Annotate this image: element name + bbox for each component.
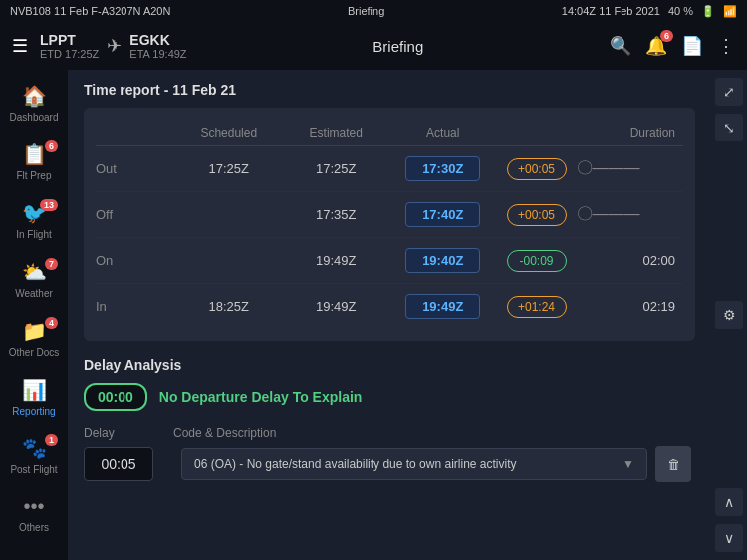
delay-analysis-area: 00:00 No Departure Delay To Explain Dela… [84,383,695,482]
main-layout: 🏠 Dashboard 📋 6 Flt Prep 🐦 13 In Flight … [0,70,747,560]
delay-col-code-desc: Code & Description [173,426,655,440]
sidebar-item-weather[interactable]: ⛅ 7 Weather [0,250,68,309]
sidebar-item-in-flight[interactable]: 🐦 13 In Flight [0,191,68,250]
time-report-title: Time report - 11 Feb 21 [84,82,695,98]
header-bar: ☰ LPPT ETD 17:25Z ✈ EGKK ETA 19:49Z Brie… [0,22,747,70]
tr-diff-on: -00:09 [507,250,567,272]
sidebar-label-post-flight: Post Flight [10,464,57,475]
scroll-down-button[interactable]: ∨ [715,524,743,552]
tr-estimated-out: 17:25Z [283,161,390,176]
sidebar-item-reporting[interactable]: 📊 Reporting [0,368,68,426]
flight-info: LPPT ETD 17:25Z ✈ EGKK ETA 19:49Z [40,32,187,60]
trash-icon: 🗑 [667,457,680,472]
header-actions: 🔍 🔔 6 📄 ⋮ [610,35,735,57]
tr-header: Scheduled Estimated Actual Duration [96,120,683,146]
tr-diff-off: +00:05 [507,204,567,226]
tr-label-out: Out [96,161,175,176]
status-left: NVB108 11 Feb F-A3207N A20N [10,5,170,17]
departure-time: ETD 17:25Z [40,48,99,60]
arrival-time: ETA 19:49Z [129,48,186,60]
others-icon: ••• [23,495,44,518]
sidebar-item-post-flight[interactable]: 🐾 1 Post Flight [0,426,68,485]
sidebar-item-flt-prep[interactable]: 📋 6 Flt Prep [0,133,68,191]
tr-label-in: In [96,299,175,314]
bell-badge: 6 [660,30,673,42]
delay-dropdown-arrow[interactable]: ▼ [622,457,634,471]
flt-prep-icon: 📋 [22,142,47,166]
tr-label-on: On [96,253,175,268]
wifi-icon: 📶 [723,5,737,18]
tr-col-diff [497,126,577,140]
status-bar: NVB108 11 Feb F-A3207N A20N Briefing 14:… [0,0,747,22]
reporting-icon: 📊 [22,378,47,402]
post-flight-badge: 1 [45,434,58,446]
delay-header-row: 00:00 No Departure Delay To Explain [84,383,695,411]
bell-icon[interactable]: 🔔 6 [645,35,667,57]
tr-actual-in: 19:49Z [405,294,480,319]
sidebar-label-reporting: Reporting [12,406,55,417]
departure-info: LPPT ETD 17:25Z [40,32,99,60]
delay-col-action [655,426,695,440]
other-docs-badge: 4 [45,317,58,329]
weather-icon: ⛅ [22,260,47,284]
tr-diff-out: +00:05 [507,158,567,180]
tr-estimated-on: 19:49Z [283,253,390,268]
post-flight-icon: 🐾 [22,436,47,460]
document-icon[interactable]: 📄 [681,35,703,57]
sidebar-label-in-flight: In Flight [16,229,52,240]
tr-label-off: Off [96,207,175,222]
departure-code: LPPT [40,32,99,48]
battery-icon: 🔋 [701,5,715,18]
sidebar-label-others: Others [19,522,49,533]
delay-delete-0[interactable]: 🗑 [655,446,691,482]
tr-scheduled-in: 18:25Z [175,299,283,314]
tr-col-duration: Duration [577,126,684,140]
arrival-info: EGKK ETA 19:49Z [129,32,186,60]
tr-actual-on: 19:40Z [405,248,480,273]
content-area: Time report - 11 Feb 21 Scheduled Estima… [68,70,711,560]
tr-estimated-in: 19:49Z [283,299,390,314]
flt-prep-badge: 6 [45,140,58,152]
settings-icon[interactable]: ⚙ [715,301,743,329]
hamburger-icon[interactable]: ☰ [12,35,28,57]
scroll-up-button[interactable]: ∧ [715,488,743,516]
delay-table-header: Delay Code & Description [84,422,695,446]
tr-duration-on: 02:00 [577,253,684,268]
delay-col-delay: Delay [84,426,173,440]
tr-slider-out[interactable]: 〇——— [577,158,684,179]
other-docs-icon: 📁 [22,319,47,343]
tr-col-estimated: Estimated [283,126,390,140]
tr-row-out: Out 17:25Z 17:25Z 17:30Z +00:05 〇——— [96,146,683,192]
delay-desc-text-0: 06 (OA) - No gate/stand availability due… [194,457,517,471]
weather-badge: 7 [45,258,58,270]
sidebar-label-weather: Weather [15,288,53,299]
tr-row-off: Off 17:35Z 17:40Z +00:05 〇——— [96,192,683,238]
tr-col-actual: Actual [389,126,497,140]
right-sidebar: ⤢ ⤡ ⚙ ∧ ∨ [711,70,747,560]
delay-time-0: 00:05 [84,447,153,481]
sidebar-item-others[interactable]: ••• Others [0,485,68,543]
tr-col-scheduled: Scheduled [175,126,283,140]
tr-estimated-off: 17:35Z [283,207,390,222]
delay-total: 00:00 [84,383,147,411]
delay-desc-0[interactable]: 06 (OA) - No gate/stand availability due… [181,448,647,480]
more-icon[interactable]: ⋮ [717,35,735,57]
status-time: 14:04Z 11 Feb 2021 [562,5,660,17]
dashboard-icon: 🏠 [22,84,47,108]
arrival-code: EGKK [129,32,186,48]
sidebar-item-other-docs[interactable]: 📁 4 Other Docs [0,309,68,368]
sidebar-item-dashboard[interactable]: 🏠 Dashboard [0,74,68,133]
in-flight-badge: 13 [40,199,58,211]
sidebar-label-flt-prep: Flt Prep [16,170,51,181]
search-icon[interactable]: 🔍 [610,35,631,57]
collapse-button[interactable]: ⤡ [715,114,743,141]
tr-diff-in: +01:24 [507,296,567,318]
tr-actual-out: 17:30Z [405,156,480,181]
delay-no-explain: No Departure Delay To Explain [159,389,363,405]
header-title: Briefing [199,38,598,55]
status-right: 14:04Z 11 Feb 2021 40 % 🔋 📶 [562,5,737,18]
plane-icon: ✈ [107,35,122,57]
status-battery: 40 % [668,5,693,17]
tr-slider-off[interactable]: 〇——— [577,204,684,225]
expand-button[interactable]: ⤢ [715,78,743,106]
